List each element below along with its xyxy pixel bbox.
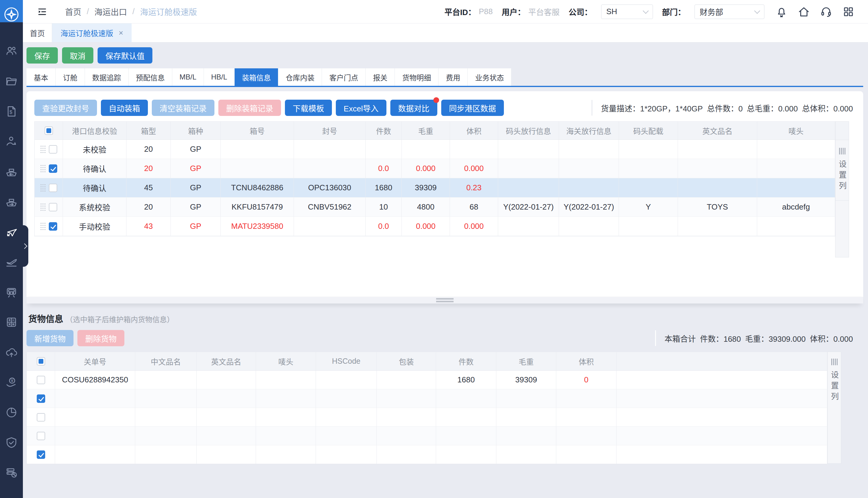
table-cell[interactable] <box>135 408 197 427</box>
panel-splitter[interactable] <box>26 297 863 303</box>
table-cell[interactable] <box>619 159 678 178</box>
table-cell[interactable] <box>496 427 556 445</box>
table-cell[interactable] <box>316 389 377 408</box>
toolbar-button[interactable]: Excel导入 <box>336 100 386 116</box>
sidebar-item-server-report[interactable] <box>0 458 23 488</box>
table-cell[interactable] <box>617 371 827 389</box>
table-cell[interactable] <box>496 408 556 427</box>
toolbar-button[interactable]: 新增货物 <box>26 330 74 346</box>
table-cell[interactable]: GP <box>171 178 221 197</box>
toolbar-button[interactable]: 清空装箱记录 <box>152 100 215 116</box>
page-tab-active[interactable]: 海运订舱极速版 × <box>52 24 132 42</box>
table-cell[interactable] <box>316 445 377 464</box>
page-tab-home[interactable]: 首页 <box>23 24 52 42</box>
apps-grid-icon[interactable] <box>842 5 855 18</box>
table-cell[interactable] <box>619 140 678 159</box>
module-tab-9[interactable]: 报关 <box>366 68 395 86</box>
table-cell[interactable] <box>498 217 559 236</box>
home-icon[interactable] <box>798 5 810 18</box>
table-cell[interactable]: 68 <box>450 197 498 217</box>
table-cell[interactable] <box>436 427 496 445</box>
menu-toggle-icon[interactable] <box>36 6 48 17</box>
drag-handle-icon[interactable] <box>40 203 46 211</box>
table-cell[interactable]: 0.000 <box>402 217 450 236</box>
table-cell[interactable]: 4800 <box>402 197 450 217</box>
sidebar-item-airplane-departure[interactable] <box>0 247 23 277</box>
table-cell[interactable]: 39309 <box>496 371 556 389</box>
table-cell[interactable] <box>197 445 256 464</box>
sidebar-item-ship-import[interactable] <box>0 157 23 187</box>
notification-bell-icon[interactable] <box>775 5 788 18</box>
sidebar-item-folder[interactable] <box>0 66 23 96</box>
table-cell[interactable]: Y(2022-01-27) <box>559 197 619 217</box>
table-cell[interactable]: GP <box>171 197 221 217</box>
table-cell[interactable] <box>556 408 617 427</box>
module-tab-0[interactable]: 基本 <box>26 68 56 86</box>
table-cell[interactable]: 39309 <box>402 178 450 197</box>
save-button[interactable]: 保存 <box>26 47 58 64</box>
row-checkbox[interactable] <box>49 184 57 192</box>
table-cell[interactable] <box>55 427 135 445</box>
table-cell[interactable] <box>294 140 366 159</box>
table-cell[interactable] <box>757 217 835 236</box>
table-cell[interactable] <box>197 427 256 445</box>
table-cell[interactable]: OPC136030 <box>294 178 366 197</box>
table-cell[interactable] <box>197 371 256 389</box>
toolbar-button[interactable]: 自动装箱 <box>101 100 148 116</box>
table-cell[interactable]: 0.0 <box>366 159 402 178</box>
row-checkbox[interactable] <box>49 165 57 173</box>
select-all-checkbox[interactable] <box>44 127 53 135</box>
column-settings-strip[interactable]: 设置列 <box>835 121 849 258</box>
table-row[interactable] <box>27 389 827 408</box>
table-cell[interactable]: CNBV51962 <box>294 197 366 217</box>
module-tab-3[interactable]: 预配信息 <box>129 68 172 86</box>
sidebar-item-shield-check[interactable] <box>0 428 23 458</box>
table-cell[interactable]: 20 <box>127 159 171 178</box>
sidebar-item-pie-chart[interactable] <box>0 397 23 428</box>
table-row[interactable]: COSU62889423501680393090 <box>27 371 827 389</box>
table-cell[interactable] <box>256 408 316 427</box>
table-row[interactable]: 待确认20GP0.00.0000.000 <box>35 159 835 178</box>
table-cell[interactable]: 待确认 <box>63 178 127 197</box>
toolbar-button[interactable]: 查验更改封号 <box>34 100 97 116</box>
table-cell[interactable]: TOYS <box>678 197 757 217</box>
row-checkbox[interactable] <box>37 413 45 421</box>
table-cell[interactable] <box>197 408 256 427</box>
table-cell[interactable] <box>617 445 827 464</box>
drag-handle-icon[interactable] <box>40 165 46 172</box>
sidebar-item-calculator[interactable] <box>0 307 23 337</box>
row-checkbox[interactable] <box>49 145 57 154</box>
toolbar-button[interactable]: 删除货物 <box>77 330 125 346</box>
table-cell[interactable] <box>619 178 678 197</box>
table-row[interactable] <box>27 427 827 445</box>
table-cell[interactable] <box>256 445 316 464</box>
table-cell[interactable]: 系统校验 <box>63 197 127 217</box>
table-cell[interactable] <box>617 427 827 445</box>
sidebar-item-ship-export[interactable] <box>0 187 23 217</box>
table-cell[interactable] <box>256 371 316 389</box>
table-cell[interactable]: 0.000 <box>450 217 498 236</box>
module-tab-5[interactable]: HB/L <box>204 68 235 86</box>
row-checkbox[interactable] <box>49 222 57 231</box>
table-cell[interactable] <box>556 389 617 408</box>
breadcrumb-home[interactable]: 首页 <box>65 6 81 17</box>
table-cell[interactable] <box>496 445 556 464</box>
department-select[interactable]: 财务部 <box>695 4 764 19</box>
table-cell[interactable] <box>617 389 827 408</box>
module-tab-10[interactable]: 货物明细 <box>395 68 439 86</box>
table-cell[interactable]: KKFU8157479 <box>221 197 294 217</box>
select-all-checkbox[interactable] <box>37 357 45 366</box>
table-cell[interactable] <box>221 159 294 178</box>
table-cell[interactable]: GP <box>171 140 221 159</box>
table-cell[interactable] <box>498 159 559 178</box>
toolbar-button[interactable]: 下载模板 <box>285 100 332 116</box>
table-cell[interactable] <box>436 445 496 464</box>
table-cell[interactable] <box>617 408 827 427</box>
toolbar-button[interactable]: 删除装箱记录 <box>218 100 281 116</box>
table-cell[interactable]: GP <box>171 217 221 236</box>
module-tab-4[interactable]: MB/L <box>172 68 204 86</box>
table-cell[interactable]: 0.23 <box>450 178 498 197</box>
table-cell[interactable]: 未校验 <box>63 140 127 159</box>
table-cell[interactable] <box>757 140 835 159</box>
table-row[interactable] <box>27 445 827 464</box>
